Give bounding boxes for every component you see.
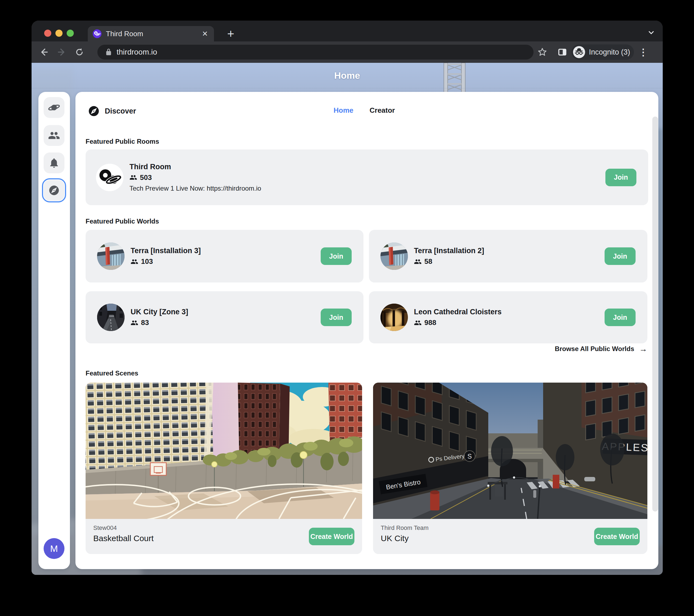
- screenshot-root: Third Room ✕ +: [0, 0, 694, 616]
- side-panel-icon[interactable]: [555, 45, 569, 59]
- world-avatar: [97, 304, 125, 331]
- world-card: Terra [Installation 3] 103 Join: [86, 230, 363, 282]
- new-tab-button[interactable]: +: [223, 26, 238, 41]
- traffic-light-close[interactable]: [44, 30, 51, 37]
- overflow-menu-icon[interactable]: ⋮: [636, 45, 651, 59]
- discover-title: Discover: [105, 107, 136, 115]
- room-description: Tech Preview 1 Live Now: https://thirdro…: [129, 185, 261, 192]
- world-members: 58: [414, 257, 484, 266]
- create-world-button[interactable]: Create World: [309, 528, 354, 545]
- tab-home[interactable]: Home: [333, 106, 353, 115]
- tab-creator[interactable]: Creator: [369, 106, 395, 115]
- scene-image-uk-city: APPLES: [373, 382, 647, 519]
- rooms-heading: Featured Public Rooms: [86, 138, 159, 145]
- discover-compass-icon: [88, 105, 100, 117]
- url-bar[interactable]: thirdroom.io: [97, 45, 533, 59]
- scene-footer: Stew004 Basketball Court Create World: [86, 519, 362, 554]
- room-card: Third Room 503 Tech Preview 1 Live Now: …: [86, 149, 648, 205]
- browser-tab[interactable]: Third Room ✕: [88, 26, 214, 41]
- people-icon: [48, 129, 60, 142]
- world-name: Terra [Installation 2]: [414, 246, 484, 255]
- tab-search-chevron-icon[interactable]: [646, 27, 657, 38]
- panel-scrollbar-thumb[interactable]: [652, 116, 658, 511]
- world-name: UK City [Zone 3]: [131, 308, 188, 316]
- discover-tabs: Home Creator: [333, 106, 395, 115]
- thirdroom-favicon-icon: [93, 29, 102, 38]
- incognito-spy-icon: [573, 46, 585, 58]
- world-name: Leon Cathedral Cloisters: [414, 308, 502, 316]
- tab-strip: Third Room ✕ +: [32, 21, 663, 41]
- create-world-button[interactable]: Create World: [594, 528, 640, 545]
- member-count: 988: [424, 318, 436, 327]
- forward-button[interactable]: [55, 45, 69, 59]
- sidebar-item-notifications[interactable]: [43, 152, 65, 173]
- members-icon: [414, 258, 422, 265]
- scenes-heading: Featured Scenes: [86, 370, 138, 377]
- join-button[interactable]: Join: [605, 169, 636, 186]
- world-card: Leon Cathedral Cloisters 988 Join: [369, 291, 647, 343]
- app-area: Home: [32, 63, 663, 575]
- world-avatar: [381, 304, 408, 331]
- join-button[interactable]: Join: [321, 247, 352, 265]
- traffic-light-minimize[interactable]: [55, 30, 62, 37]
- room-name: Third Room: [129, 163, 261, 171]
- member-count: 58: [424, 257, 432, 266]
- bookmark-star-icon[interactable]: [535, 45, 549, 59]
- sidebar-item-friends[interactable]: [43, 125, 65, 146]
- avatar-letter: M: [50, 543, 58, 554]
- tab-title: Third Room: [106, 30, 201, 38]
- room-members: 503: [129, 173, 261, 182]
- lock-icon: [105, 48, 113, 56]
- user-avatar[interactable]: M: [43, 538, 65, 559]
- planet-icon: [48, 101, 60, 114]
- members-icon: [129, 174, 137, 181]
- members-icon: [131, 319, 138, 326]
- traffic-light-zoom[interactable]: [67, 30, 74, 37]
- sidebar: M: [38, 92, 70, 569]
- room-info: Third Room 503 Tech Preview 1 Live Now: …: [129, 163, 261, 192]
- arrow-right-icon: →: [639, 345, 647, 353]
- world-name: Terra [Installation 3]: [131, 246, 201, 255]
- browser-window: Third Room ✕ +: [32, 21, 663, 575]
- scene-footer: Third Room Team UK City Create World: [373, 519, 647, 554]
- page-title: Home: [334, 70, 360, 81]
- world-members: 988: [414, 318, 502, 327]
- browser-toolbar: thirdroom.io I: [32, 41, 663, 63]
- member-count: 103: [141, 257, 153, 266]
- worlds-heading: Featured Public Worlds: [86, 218, 159, 225]
- world-card: UK City [Zone 3] 83 Join: [86, 291, 363, 343]
- sidebar-item-worlds[interactable]: [43, 97, 65, 118]
- scene-card: Stew004 Basketball Court Create World: [86, 382, 362, 554]
- world-members: 103: [131, 257, 201, 266]
- back-button[interactable]: [37, 45, 51, 59]
- discover-header: Discover: [88, 105, 136, 117]
- join-button[interactable]: Join: [605, 309, 636, 326]
- join-button[interactable]: Join: [605, 247, 636, 265]
- members-icon: [414, 319, 422, 326]
- world-members: 83: [131, 318, 188, 327]
- members-icon: [131, 258, 138, 265]
- compass-icon: [48, 185, 60, 196]
- sidebar-item-discover[interactable]: [43, 180, 65, 201]
- bell-icon: [48, 157, 60, 169]
- url-text: thirdroom.io: [116, 48, 157, 56]
- browse-all-link[interactable]: Browse All Public Worlds →: [555, 345, 647, 353]
- world-avatar: [97, 242, 125, 270]
- scene-card: APPLES: [373, 382, 647, 554]
- tab-close-icon[interactable]: ✕: [201, 29, 209, 38]
- scene-sign-s: S: [468, 452, 472, 460]
- reload-button[interactable]: [72, 45, 87, 59]
- join-button[interactable]: Join: [321, 309, 352, 326]
- member-count: 503: [140, 173, 152, 182]
- app-header: Home: [32, 63, 663, 88]
- incognito-label: Incognito (3): [589, 48, 630, 56]
- discover-panel: Discover Home Creator Featured Public Ro…: [75, 92, 658, 569]
- incognito-badge[interactable]: Incognito (3): [571, 44, 634, 60]
- member-count: 83: [141, 318, 149, 327]
- world-card: Terra [Installation 2] 58 Join: [369, 230, 647, 282]
- world-avatar: [381, 242, 408, 270]
- scene-image-basketball-court: [86, 382, 362, 519]
- room-avatar: [96, 164, 124, 191]
- browse-all-label: Browse All Public Worlds: [555, 345, 634, 353]
